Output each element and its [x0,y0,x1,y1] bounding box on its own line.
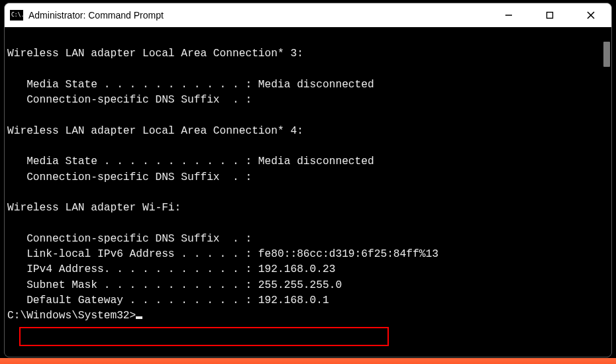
terminal-output[interactable]: Wireless LAN adapter Local Area Connecti… [5,27,602,357]
scrollbar[interactable] [602,27,611,357]
window-title: Administrator: Command Prompt [28,10,164,21]
cmd-icon: C:\. [10,10,23,21]
text-caret [136,316,142,319]
svg-rect-1 [547,13,553,19]
command-prompt-window: C:\. Administrator: Command Prompt Wirel… [4,3,612,357]
prompt[interactable]: C:\Windows\System32> [7,310,136,322]
maximize-button[interactable] [529,3,570,27]
titlebar[interactable]: C:\. Administrator: Command Prompt [5,3,611,27]
minimize-button[interactable] [488,3,529,27]
terminal-area: Wireless LAN adapter Local Area Connecti… [5,27,611,357]
window-controls [488,3,611,27]
scrollbar-thumb[interactable] [603,42,610,67]
close-button[interactable] [570,3,611,27]
bottom-strip [0,358,616,364]
